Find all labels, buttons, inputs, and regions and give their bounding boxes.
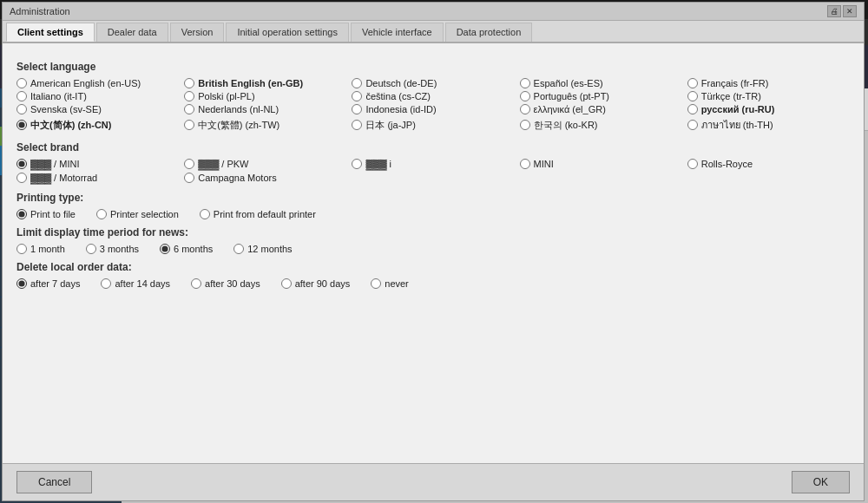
lang-sv-se[interactable]: Svenska (sv-SE) (16, 104, 179, 114)
lang-tr-tr[interactable]: Türkçe (tr-TR) (687, 91, 850, 101)
brand-motorrad[interactable]: ▓▓▓ / Motorrad (16, 173, 179, 183)
delete-never[interactable]: never (371, 278, 409, 289)
dialog-container: Administration 🖨 ✕ Client settings Deale… (122, 131, 868, 503)
brand-bmw-pkw[interactable]: ▓▓▓ / PKW (184, 159, 346, 169)
administration-dialog: Administration 🖨 ✕ Client settings Deale… (2, 2, 865, 501)
news-6m[interactable]: 6 months (160, 244, 213, 254)
lang-ru-ru[interactable]: русский (ru-RU) (687, 104, 850, 114)
tab-data-protection[interactable]: Data protection (445, 23, 533, 42)
delete-30d[interactable]: after 30 days (191, 278, 260, 289)
news-3m[interactable]: 3 months (86, 244, 139, 254)
delete-7d[interactable]: after 7 days (16, 278, 80, 289)
lang-fr-fr[interactable]: Français (fr-FR) (687, 78, 850, 88)
lang-nl-nl[interactable]: Nederlands (nl-NL) (184, 104, 346, 114)
lang-pl-pl[interactable]: Polski (pl-PL) (184, 91, 346, 101)
dialog-content: Select language American English (en-US)… (3, 43, 864, 463)
dialog-title: Administration (10, 6, 70, 16)
delete-options: after 7 days after 14 days after 30 days… (16, 278, 850, 289)
lang-el-gr[interactable]: ελληνικά (el_GR) (520, 104, 682, 114)
tab-version[interactable]: Version (170, 23, 225, 42)
brand-rolls[interactable]: Rolls-Royce (687, 159, 850, 169)
brand-mini[interactable]: MINI (520, 159, 682, 169)
lang-pt-pt[interactable]: Português (pt-PT) (520, 91, 682, 101)
print-selection[interactable]: Printer selection (96, 209, 179, 219)
lang-id-id[interactable]: Indonesia (id-ID) (352, 104, 514, 114)
ok-button[interactable]: OK (792, 471, 850, 493)
brand-grid-row2: ▓▓▓ / Motorrad Campagna Motors (16, 173, 850, 183)
lang-ko-kr[interactable]: 한국의 (ko-KR) (520, 117, 682, 133)
brand-bmw-i[interactable]: ▓▓▓ i (352, 159, 514, 169)
dialog-close-button[interactable]: ✕ (843, 5, 857, 17)
lang-ja-jp[interactable]: 日本 (ja-JP) (352, 117, 514, 133)
printing-section-title: Printing type: (16, 192, 850, 204)
brand-bmw-mini[interactable]: ▓▓▓ / MINI (16, 159, 179, 169)
lang-zh-tw[interactable]: 中文(繁體) (zh-TW) (184, 117, 346, 133)
dialog-footer: Cancel OK (3, 463, 864, 500)
lang-es-es[interactable]: Español (es-ES) (520, 78, 682, 88)
lang-cs-cz[interactable]: čeština (cs-CZ) (352, 91, 514, 101)
main-layout: Operations Va... News ISTA version 4.14 … (0, 88, 868, 503)
content-main: Service Administration 🖨 ✕ Client settin… (122, 88, 868, 503)
lang-en-gb[interactable]: British English (en-GB) (184, 78, 346, 88)
lang-de-de[interactable]: Deutsch (de-DE) (352, 78, 514, 88)
delete-14d[interactable]: after 14 days (101, 278, 170, 289)
tab-vehicle-interface[interactable]: Vehicle interface (351, 23, 444, 42)
lang-it-it[interactable]: Italiano (it-IT) (16, 91, 179, 101)
lang-en-us[interactable]: American English (en-US) (16, 78, 179, 88)
print-to-file[interactable]: Print to file (16, 209, 76, 219)
lang-zh-cn[interactable]: 中文(简体) (zh-CN) (16, 117, 179, 133)
news-12m[interactable]: 12 months (233, 244, 292, 254)
delete-section-title: Delete local order data: (16, 261, 850, 273)
tab-initial-operation[interactable]: Initial operation settings (226, 23, 349, 42)
language-section-title: Select language (16, 61, 850, 73)
brand-campagna[interactable]: Campagna Motors (184, 173, 346, 183)
cancel-button[interactable]: Cancel (16, 471, 92, 493)
dialog-tabs: Client settings Dealer data Version Init… (3, 21, 864, 43)
lang-th-th[interactable]: ภาษาไทย (th-TH) (687, 117, 850, 133)
dialog-title-buttons: 🖨 ✕ (827, 5, 857, 17)
news-options: 1 month 3 months 6 months 12 months (16, 244, 850, 254)
print-default[interactable]: Print from default printer (200, 209, 316, 219)
print-button[interactable]: 🖨 (827, 5, 841, 17)
brand-grid: ▓▓▓ / MINI ▓▓▓ / PKW ▓▓▓ i MINI Rolls-Ro… (16, 159, 850, 169)
delete-90d[interactable]: after 90 days (281, 278, 351, 289)
tab-client-settings[interactable]: Client settings (6, 23, 95, 42)
printing-options: Print to file Printer selection Print fr… (16, 209, 850, 219)
tab-dealer-data[interactable]: Dealer data (96, 23, 168, 42)
news-section-title: Limit display time period for news: (16, 226, 850, 238)
brand-section-title: Select brand (16, 141, 850, 154)
dialog-titlebar: Administration 🖨 ✕ (3, 3, 864, 21)
news-1m[interactable]: 1 month (16, 244, 65, 254)
language-grid: American English (en-US) British English… (16, 78, 850, 133)
